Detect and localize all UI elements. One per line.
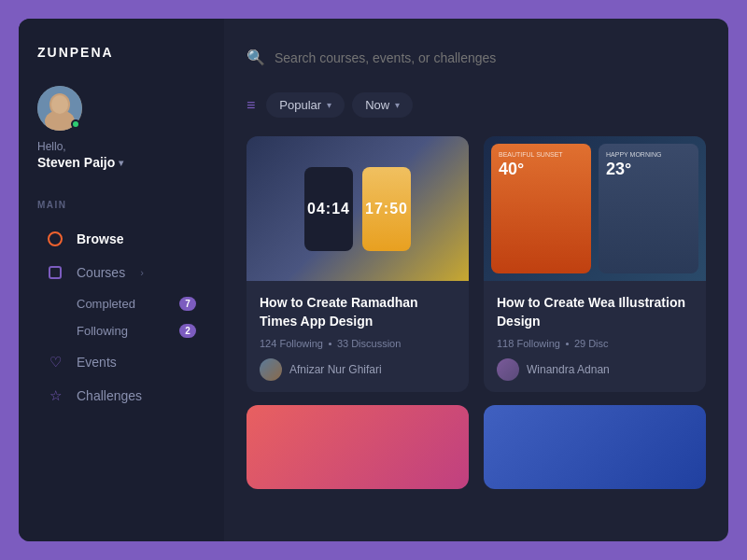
card-author-2: Winandra Adnan: [497, 358, 693, 381]
weather-label-1: BEAUTIFUL SUNSET: [499, 151, 584, 158]
card-author-1: Afnizar Nur Ghifari: [260, 358, 456, 381]
popular-filter-button[interactable]: Popular ▾: [266, 92, 345, 118]
author-name-1: Afnizar Nur Ghifari: [289, 363, 382, 376]
svg-point-3: [51, 95, 68, 114]
search-bar: 🔍: [247, 41, 706, 74]
user-name-button[interactable]: Steven Paijo ▾: [37, 155, 205, 170]
nav-section-label: MAIN: [37, 200, 205, 210]
now-chevron-icon: ▾: [395, 100, 400, 110]
phone-mockup-gold: 17:50: [362, 167, 411, 251]
user-chevron-icon: ▾: [119, 158, 123, 168]
card-thumbnail-3: [247, 405, 469, 489]
card-meta-1: 124 Following 33 Discussion: [260, 338, 456, 349]
phone-time-1: 04:14: [307, 201, 350, 217]
card-body-2: How to Create Wea Illustration Design 11…: [484, 281, 706, 392]
discussion-count-2: 29 Disc: [574, 338, 609, 349]
phone-mockup-dark: 04:14: [304, 167, 353, 251]
weather-panel-hot: BEAUTIFUL SUNSET 40°: [491, 144, 591, 273]
card-column-1: 04:14 17:50 How to Create Ramadhan Times…: [247, 136, 469, 519]
search-icon: 🔍: [247, 49, 265, 66]
filter-row: ≡ Popular ▾ Now ▾: [247, 92, 706, 118]
card-thumbnail-4: [484, 405, 706, 489]
card-thumbnail-1: 04:14 17:50: [247, 136, 469, 281]
logo: ZUNPENA: [37, 45, 205, 60]
sidebar-item-events[interactable]: ♡ Events: [37, 346, 205, 378]
popular-chevron-icon: ▾: [327, 100, 331, 110]
weather-temp-2: 23°: [606, 160, 691, 179]
sidebar-item-label: Courses: [77, 265, 125, 280]
course-card-1[interactable]: 04:14 17:50 How to Create Ramadhan Times…: [247, 136, 469, 392]
sidebar-item-completed[interactable]: Completed 7: [67, 290, 205, 317]
sidebar-item-courses[interactable]: Courses ›: [37, 257, 205, 288]
weather-label-2: HAPPY MORNING: [606, 151, 691, 158]
sidebar-item-browse[interactable]: Browse: [37, 223, 205, 255]
search-input[interactable]: [275, 50, 706, 65]
avatar: [37, 86, 82, 131]
sidebar-item-label: Events: [77, 355, 117, 370]
online-indicator: [71, 119, 80, 129]
browse-icon: [47, 231, 63, 247]
discussion-count-1: 33 Discussion: [337, 338, 401, 349]
popular-filter-label: Popular: [279, 98, 321, 112]
following-count-1: 124 Following: [260, 338, 323, 349]
courses-arrow-icon: ›: [140, 267, 144, 278]
sidebar-item-challenges[interactable]: ☆ Challenges: [37, 380, 205, 412]
greeting-text: Hello,: [37, 140, 205, 153]
card-title-1: How to Create Ramadhan Times App Design: [260, 294, 456, 330]
courses-icon: [47, 264, 63, 281]
filter-lines-icon: ≡: [247, 97, 255, 114]
weather-temp-1: 40°: [499, 160, 584, 179]
sidebar-item-label: Challenges: [77, 388, 142, 403]
course-card-4[interactable]: [484, 405, 706, 489]
card-column-2: BEAUTIFUL SUNSET 40° HAPPY MORNING 23° H…: [484, 136, 706, 519]
following-badge: 2: [179, 324, 196, 338]
challenges-icon: ☆: [47, 387, 63, 404]
meta-separator: [329, 343, 331, 345]
author-name-2: Winandra Adnan: [527, 363, 610, 376]
nav-menu: Browse Courses › Completed 7 Following 2: [37, 223, 205, 412]
card-body-1: How to Create Ramadhan Times App Design …: [247, 281, 469, 392]
author-avatar-1: [260, 358, 282, 381]
card-meta-2: 118 Following 29 Disc: [497, 338, 693, 349]
sidebar-item-label: Browse: [77, 231, 124, 246]
card-title-2: How to Create Wea Illustration Design: [497, 294, 693, 330]
meta-separator-2: [566, 343, 569, 345]
sidebar-item-following[interactable]: Following 2: [67, 317, 205, 344]
weather-panel-cool: HAPPY MORNING 23°: [599, 144, 698, 273]
courses-submenu: Completed 7 Following 2: [67, 290, 205, 344]
now-filter-button[interactable]: Now ▾: [352, 92, 413, 118]
course-card-3[interactable]: [247, 405, 469, 489]
user-section: Hello, Steven Paijo ▾: [37, 86, 205, 170]
events-icon: ♡: [47, 354, 63, 371]
following-count-2: 118 Following: [497, 338, 560, 349]
main-content: 🔍 ≡ Popular ▾ Now ▾ 04:14: [224, 19, 728, 541]
course-card-2[interactable]: BEAUTIFUL SUNSET 40° HAPPY MORNING 23° H…: [484, 136, 706, 392]
sidebar: ZUNPENA Hello, Steven Paijo ▾: [19, 19, 224, 541]
card-thumbnail-2: BEAUTIFUL SUNSET 40° HAPPY MORNING 23°: [484, 136, 706, 281]
author-avatar-2: [497, 358, 519, 381]
app-container: ZUNPENA Hello, Steven Paijo ▾: [19, 19, 728, 541]
cards-grid: 04:14 17:50 How to Create Ramadhan Times…: [247, 136, 706, 519]
phone-time-2: 17:50: [365, 201, 408, 217]
now-filter-label: Now: [365, 98, 389, 112]
completed-badge: 7: [179, 297, 196, 311]
